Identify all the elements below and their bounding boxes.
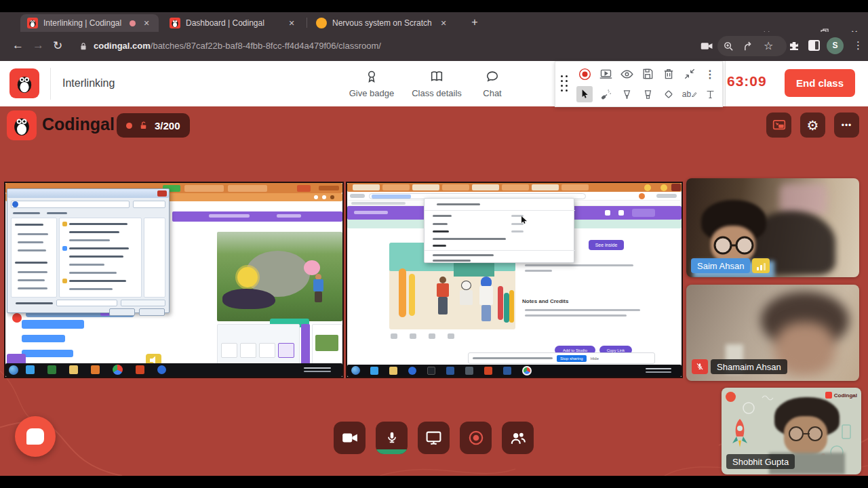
toolbar-more-icon[interactable]: ⋮ xyxy=(702,66,718,82)
forward-icon[interactable]: → xyxy=(33,39,44,52)
participant-tile-saim[interactable]: Saim Ahsan xyxy=(686,178,859,277)
text-line xyxy=(69,239,110,241)
mini-header-icon xyxy=(618,210,624,216)
tab-close-icon[interactable]: ✕ xyxy=(438,19,449,28)
side-panel-icon[interactable] xyxy=(808,40,820,51)
text-line xyxy=(69,280,126,282)
support-chat-launcher[interactable] xyxy=(15,416,56,457)
trash-icon[interactable] xyxy=(660,66,677,82)
layout-pip-button[interactable] xyxy=(766,113,791,138)
mini-sprite-card xyxy=(259,343,275,358)
participant-tile-shobhit[interactable]: Codingal Shobhit Gupta xyxy=(722,388,861,474)
mini-context-menu xyxy=(424,198,574,263)
screen-share-thumbnail-2[interactable]: See inside xyxy=(347,183,682,377)
camera-icon xyxy=(341,430,359,445)
mini-char1-head xyxy=(439,277,446,283)
tab-close-icon[interactable]: ✕ xyxy=(286,19,297,28)
save-icon[interactable] xyxy=(639,66,656,82)
chat-button[interactable]: Chat xyxy=(460,61,525,106)
record-icon[interactable] xyxy=(576,66,593,82)
stop-button[interactable] xyxy=(460,422,492,454)
mini-header-text xyxy=(209,214,250,218)
back-icon[interactable]: ← xyxy=(12,39,24,52)
url-text[interactable]: codingal.com/batches/87caf22b-baf8-4fbb-… xyxy=(94,41,381,51)
rocket-doodle xyxy=(728,418,751,450)
unlock-icon xyxy=(138,120,149,131)
profile-avatar[interactable]: S xyxy=(827,37,844,54)
menu-item-line xyxy=(433,215,452,217)
mini-search-field xyxy=(133,201,165,208)
new-tab-button[interactable]: + xyxy=(467,15,483,30)
text-line xyxy=(18,279,45,281)
eraser-icon[interactable] xyxy=(660,86,677,102)
highlighter-icon[interactable] xyxy=(618,86,635,102)
text-line xyxy=(18,287,47,289)
tab-title: Nervous system on Scratch xyxy=(332,18,433,28)
mini-love-icon xyxy=(391,333,397,339)
collapse-icon[interactable] xyxy=(682,66,698,82)
zoom-icon[interactable] xyxy=(723,41,734,55)
more-options-button[interactable]: ••• xyxy=(834,113,859,138)
share-button[interactable] xyxy=(418,422,450,454)
mini-tab xyxy=(532,184,559,190)
browser-menu-icon[interactable]: ⋮ xyxy=(853,39,863,52)
cam-button[interactable] xyxy=(334,422,366,454)
screen-share-thumbnail-1[interactable] xyxy=(5,183,342,377)
mini-cow-body xyxy=(460,290,473,305)
mic-muted-icon xyxy=(692,359,708,374)
tab-dashboard[interactable]: Dashboard | Codingal ✕ xyxy=(163,14,304,32)
mini-blue-block xyxy=(22,350,73,357)
bookmark-star-icon[interactable]: ☆ xyxy=(764,39,773,52)
mini-taskbar-chrome xyxy=(113,365,123,375)
share-page-icon[interactable] xyxy=(743,41,755,55)
text-line xyxy=(18,233,48,235)
mini-scratch-header xyxy=(172,211,342,222)
codingal-logo xyxy=(9,68,39,98)
menu-divider xyxy=(425,210,575,211)
text-tool-icon[interactable] xyxy=(702,86,718,102)
text-annotate-icon[interactable]: ab xyxy=(682,86,698,102)
mic-button[interactable] xyxy=(376,422,408,454)
mini-header-text xyxy=(277,214,301,218)
extensions-puzzle-icon[interactable] xyxy=(788,40,800,55)
text-line xyxy=(525,309,640,311)
camera-in-use-icon[interactable] xyxy=(701,41,713,54)
classroom-stage: Codingal 3/200 ⚙ ••• xyxy=(0,106,868,476)
laser-pointer-icon[interactable] xyxy=(597,86,614,102)
side-panel-inner xyxy=(815,41,818,49)
eye-icon[interactable] xyxy=(618,66,635,82)
menu-item-line xyxy=(437,203,480,205)
tab-scratch[interactable]: Nervous system on Scratch ✕ xyxy=(309,14,456,32)
people-button[interactable] xyxy=(502,422,534,454)
marker-icon[interactable] xyxy=(639,86,656,102)
mini-taskbar-icon xyxy=(91,365,100,374)
mini-file-list xyxy=(59,218,142,298)
text-line xyxy=(69,231,119,233)
mini-nav-orb xyxy=(12,201,18,207)
settings-button[interactable]: ⚙ xyxy=(800,113,825,138)
top-black-strip xyxy=(0,0,868,12)
mini-filetype-select xyxy=(121,300,165,306)
reload-icon[interactable]: ↻ xyxy=(53,39,62,53)
book-icon xyxy=(429,69,444,84)
drag-handle-icon[interactable] xyxy=(561,75,570,94)
give-badge-button[interactable]: Give badge xyxy=(339,61,404,106)
header-divider xyxy=(725,61,726,106)
bottom-black-strip xyxy=(0,476,868,488)
lock-icon[interactable] xyxy=(79,41,88,54)
mini-tab xyxy=(382,184,410,190)
mini-tray-text xyxy=(646,368,671,369)
end-class-button[interactable]: End class xyxy=(785,69,855,97)
participant-tile-shamaim[interactable]: Shamaim Ahsan xyxy=(686,285,859,381)
mini-tab xyxy=(442,184,469,190)
video-playback-icon[interactable] xyxy=(597,66,614,82)
tab-close-icon[interactable]: ✕ xyxy=(141,19,152,28)
cursor-tool-selected[interactable] xyxy=(576,86,593,102)
tab-interlinking[interactable]: Interlinking | Codingal ✕ xyxy=(20,14,159,32)
text-line xyxy=(69,247,129,249)
text-line xyxy=(69,272,117,274)
text-line xyxy=(13,212,40,214)
mini-tab xyxy=(297,185,311,192)
mini-profile-dot xyxy=(639,193,645,199)
mini-plant xyxy=(509,290,514,323)
